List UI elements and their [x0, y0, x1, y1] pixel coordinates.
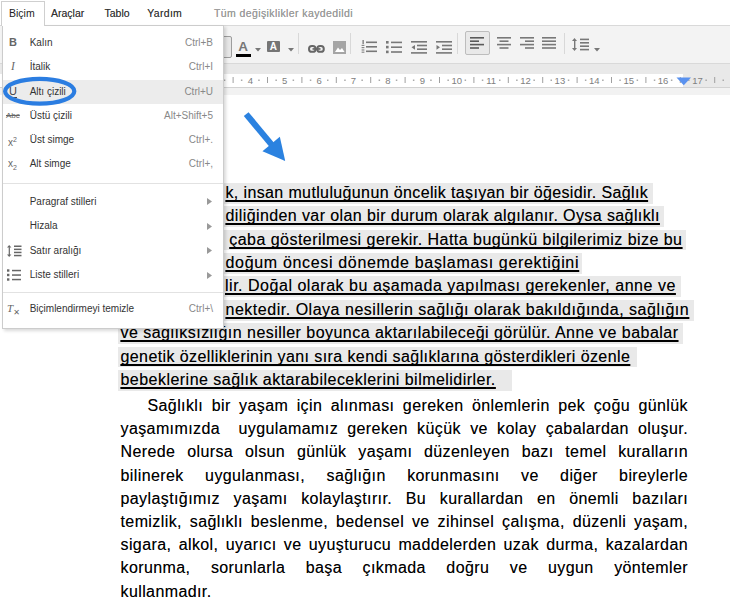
- svg-text:8: 8: [385, 75, 390, 86]
- svg-text:14: 14: [589, 75, 600, 86]
- svg-text:9: 9: [420, 75, 425, 86]
- svg-text:10: 10: [451, 75, 462, 86]
- svg-text:7: 7: [351, 75, 356, 86]
- svg-text:11: 11: [486, 75, 496, 86]
- svg-text:12: 12: [520, 75, 531, 86]
- svg-text:5: 5: [282, 75, 287, 86]
- svg-text:6: 6: [316, 75, 321, 86]
- svg-text:13: 13: [555, 75, 566, 86]
- svg-text:4: 4: [248, 75, 253, 86]
- svg-text:15: 15: [623, 75, 634, 86]
- svg-text:16: 16: [658, 75, 669, 86]
- svg-text:17: 17: [692, 75, 703, 86]
